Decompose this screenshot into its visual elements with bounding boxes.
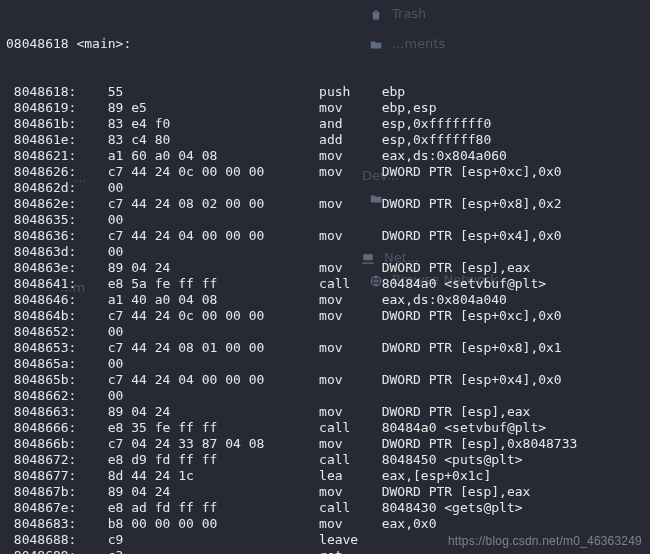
asm-row: 804863d: 00 bbox=[6, 244, 644, 260]
asm-row: 8048663: 89 04 24 mov DWORD PTR [esp],ea… bbox=[6, 404, 644, 420]
asm-row: 8048635: 00 bbox=[6, 212, 644, 228]
asm-row: 8048619: 89 e5 mov ebp,esp bbox=[6, 100, 644, 116]
asm-row: 8048652: 00 bbox=[6, 324, 644, 340]
asm-row: 804861e: 83 c4 80 add esp,0xffffff80 bbox=[6, 132, 644, 148]
asm-row: 8048636: c7 44 24 04 00 00 00 mov DWORD … bbox=[6, 228, 644, 244]
asm-row: 804865b: c7 44 24 04 00 00 00 mov DWORD … bbox=[6, 372, 644, 388]
asm-row: 8048662: 00 bbox=[6, 388, 644, 404]
asm-row: 804867e: e8 ad fd ff ff call 8048430 <ge… bbox=[6, 500, 644, 516]
asm-row: 8048683: b8 00 00 00 00 mov eax,0x0 bbox=[6, 516, 644, 532]
asm-row: 804862e: c7 44 24 08 02 00 00 mov DWORD … bbox=[6, 196, 644, 212]
asm-row: 804866b: c7 04 24 33 87 04 08 mov DWORD … bbox=[6, 436, 644, 452]
asm-row: 8048646: a1 40 a0 04 08 mov eax,ds:0x804… bbox=[6, 292, 644, 308]
asm-row: 8048672: e8 d9 fd ff ff call 8048450 <pu… bbox=[6, 452, 644, 468]
asm-row: 804864b: c7 44 24 0c 00 00 00 mov DWORD … bbox=[6, 308, 644, 324]
asm-row: 804862d: 00 bbox=[6, 180, 644, 196]
asm-row: 8048618: 55 push ebp bbox=[6, 84, 644, 100]
disassembly-listing[interactable]: 08048618 <main>: 8048618: 55 push ebp 80… bbox=[0, 0, 650, 554]
asm-row: 8048666: e8 35 fe ff ff call 80484a0 <se… bbox=[6, 420, 644, 436]
watermark-text: https://blog.csdn.net/m0_46363249 bbox=[448, 534, 642, 548]
asm-row: 8048641: e8 5a fe ff ff call 80484a0 <se… bbox=[6, 276, 644, 292]
listing-header: 08048618 <main>: bbox=[6, 36, 644, 52]
asm-row: 8048677: 8d 44 24 1c lea eax,[esp+0x1c] bbox=[6, 468, 644, 484]
asm-row: 8048653: c7 44 24 08 01 00 00 mov DWORD … bbox=[6, 340, 644, 356]
asm-row: 804867b: 89 04 24 mov DWORD PTR [esp],ea… bbox=[6, 484, 644, 500]
asm-row: 8048689: c3 ret bbox=[6, 548, 644, 554]
asm-row: 804863e: 89 04 24 mov DWORD PTR [esp],ea… bbox=[6, 260, 644, 276]
asm-row: 8048621: a1 60 a0 04 08 mov eax,ds:0x804… bbox=[6, 148, 644, 164]
asm-row: 8048626: c7 44 24 0c 00 00 00 mov DWORD … bbox=[6, 164, 644, 180]
asm-row: 804861b: 83 e4 f0 and esp,0xfffffff0 bbox=[6, 116, 644, 132]
asm-row: 804865a: 00 bbox=[6, 356, 644, 372]
